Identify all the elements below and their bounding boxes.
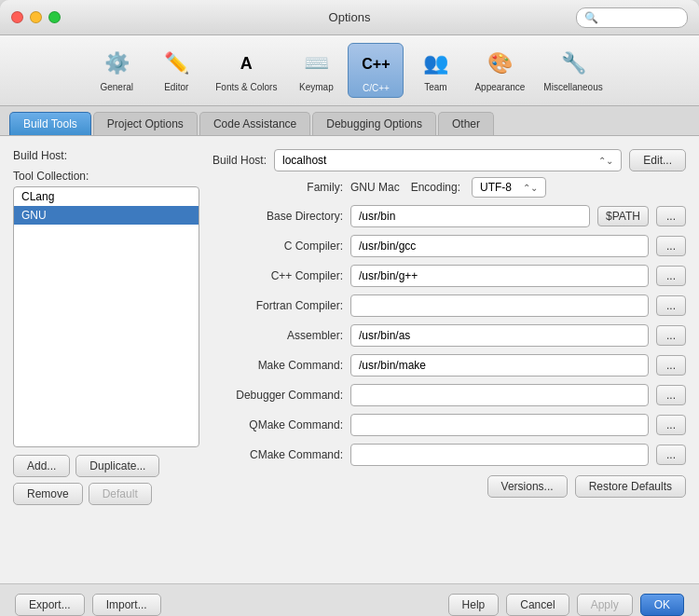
tab-build-tools[interactable]: Build Tools xyxy=(9,112,91,135)
main-content: Build Host: Tool Collection: CLang GNU A… xyxy=(0,136,699,583)
form-label-7: QMake Command: xyxy=(212,418,343,431)
right-panel: Build Host: localhost ⌃⌄ Edit... Family:… xyxy=(212,149,686,505)
toolbar-item-general[interactable]: ⚙️ General xyxy=(89,43,144,98)
path-btn-0[interactable]: $PATH xyxy=(597,206,649,226)
tab-other[interactable]: Other xyxy=(438,112,494,135)
search-icon: 🔍 xyxy=(584,11,598,24)
dots-btn-3[interactable]: ... xyxy=(656,295,686,316)
ok-button[interactable]: OK xyxy=(640,594,684,616)
restore-defaults-button[interactable]: Restore Defaults xyxy=(575,475,686,498)
host-select-arrow: ⌃⌄ xyxy=(598,156,613,166)
form-input-7[interactable] xyxy=(350,414,649,436)
versions-button[interactable]: Versions... xyxy=(487,475,568,498)
tab-code-assistance[interactable]: Code Assistance xyxy=(199,112,310,135)
form-input-2[interactable] xyxy=(350,265,649,287)
search-box[interactable]: 🔍 xyxy=(576,7,688,28)
keymap-icon: ⌨️ xyxy=(299,47,333,80)
cplusplus-icon: C++ xyxy=(359,48,392,81)
team-icon: 👥 xyxy=(418,47,452,80)
help-button[interactable]: Help xyxy=(448,594,500,616)
dots-btn-6[interactable]: ... xyxy=(656,385,686,405)
toolbar-label-appearance: Appearance xyxy=(474,82,525,92)
list-buttons-bottom: Remove Default xyxy=(13,483,199,505)
content-inner: Build Host: Tool Collection: CLang GNU A… xyxy=(13,149,686,505)
toolbar-item-appearance[interactable]: 🎨 Appearance xyxy=(467,43,532,98)
toolbar-label-editor: Editor xyxy=(164,82,188,92)
dots-btn-1[interactable]: ... xyxy=(656,236,686,256)
toolbar-label-keymap: Keymap xyxy=(299,82,334,92)
list-item-gnu[interactable]: GNU xyxy=(14,206,199,225)
form-fields: Base Directory:$PATH...C Compiler:...C++… xyxy=(212,205,686,466)
dots-btn-4[interactable]: ... xyxy=(656,325,686,346)
footer-left: Export... Import... xyxy=(15,594,161,616)
toolbar-item-miscellaneous[interactable]: 🔧 Miscellaneous xyxy=(536,43,610,98)
appearance-icon: 🎨 xyxy=(483,47,516,80)
family-values: GNU Mac Encoding: UTF-8 ⌃⌄ xyxy=(350,177,546,198)
build-host-row: Build Host: localhost ⌃⌄ Edit... xyxy=(212,149,686,171)
dots-btn-0[interactable]: ... xyxy=(656,206,686,226)
edit-button[interactable]: Edit... xyxy=(629,149,686,171)
toolbar-item-editor[interactable]: ✏️ Editor xyxy=(148,43,204,98)
family-label: Family: xyxy=(212,181,343,194)
bottom-buttons: Versions... Restore Defaults xyxy=(212,475,686,498)
default-button[interactable]: Default xyxy=(89,483,152,505)
import-button[interactable]: Import... xyxy=(92,594,161,616)
form-input-1[interactable] xyxy=(350,235,649,257)
form-row-4: Assembler:... xyxy=(212,324,686,347)
tool-collection-list[interactable]: CLang GNU xyxy=(13,186,199,447)
cancel-button[interactable]: Cancel xyxy=(506,594,569,616)
toolbar-label-miscellaneous: Miscellaneous xyxy=(543,82,602,92)
form-input-5[interactable] xyxy=(350,354,649,376)
form-row-3: Fortran Compiler:... xyxy=(212,294,686,317)
toolbar-item-team[interactable]: 👥 Team xyxy=(407,43,463,98)
editor-icon: ✏️ xyxy=(159,47,193,80)
form-input-6[interactable] xyxy=(350,384,649,406)
form-label-2: C++ Compiler: xyxy=(212,269,343,282)
form-row-7: QMake Command:... xyxy=(212,414,686,436)
form-label-4: Assembler: xyxy=(212,329,343,342)
apply-button[interactable]: Apply xyxy=(577,594,633,616)
toolbar-item-cplusplus[interactable]: C++ C/C++ xyxy=(348,43,404,98)
remove-button[interactable]: Remove xyxy=(13,483,83,505)
list-buttons-top: Add... Duplicate... xyxy=(13,455,199,477)
host-select[interactable]: localhost ⌃⌄ xyxy=(274,149,622,171)
form-input-8[interactable] xyxy=(350,444,649,466)
encoding-select-arrow: ⌃⌄ xyxy=(523,183,538,193)
form-label-5: Make Command: xyxy=(212,359,343,372)
footer: Export... Import... Help Cancel Apply OK xyxy=(0,583,699,616)
form-row-5: Make Command:... xyxy=(212,354,686,376)
dots-btn-8[interactable]: ... xyxy=(656,445,686,465)
toolbar-label-fonts-colors: Fonts & Colors xyxy=(215,82,277,92)
general-icon: ⚙️ xyxy=(100,47,133,80)
search-input[interactable] xyxy=(602,11,679,24)
build-host-label-right: Build Host: xyxy=(212,154,267,167)
tab-debugging-options[interactable]: Debugging Options xyxy=(312,112,436,135)
form-input-0[interactable] xyxy=(350,205,590,227)
toolbar-label-cplusplus: C/C++ xyxy=(363,83,390,93)
toolbar-item-fonts-colors[interactable]: A Fonts & Colors xyxy=(208,43,284,98)
duplicate-button[interactable]: Duplicate... xyxy=(75,455,159,477)
toolbar-label-general: General xyxy=(100,82,133,92)
encoding-value: UTF-8 xyxy=(480,181,512,194)
window-title: Options xyxy=(329,10,371,24)
dots-btn-5[interactable]: ... xyxy=(656,355,686,376)
form-input-3[interactable] xyxy=(350,294,649,317)
dots-btn-2[interactable]: ... xyxy=(656,266,686,286)
minimize-button[interactable] xyxy=(30,11,42,23)
export-button[interactable]: Export... xyxy=(15,594,85,616)
family-value: GNU Mac xyxy=(350,181,400,194)
add-button[interactable]: Add... xyxy=(13,455,70,477)
close-button[interactable] xyxy=(11,11,23,23)
form-label-8: CMake Command: xyxy=(212,448,343,461)
toolbar-item-keymap[interactable]: ⌨️ Keymap xyxy=(288,43,344,98)
tabs-row: Build Tools Project Options Code Assista… xyxy=(0,106,699,136)
family-row: Family: GNU Mac Encoding: UTF-8 ⌃⌄ xyxy=(212,177,686,198)
form-input-4[interactable] xyxy=(350,324,649,347)
dots-btn-7[interactable]: ... xyxy=(656,415,686,435)
tool-collection-label: Tool Collection: xyxy=(13,170,199,183)
encoding-select[interactable]: UTF-8 ⌃⌄ xyxy=(472,177,546,198)
tab-project-options[interactable]: Project Options xyxy=(93,112,198,135)
maximize-button[interactable] xyxy=(48,11,61,23)
list-item-clang[interactable]: CLang xyxy=(14,187,199,206)
options-window: Options 🔍 ⚙️ General ✏️ Editor A Fonts &… xyxy=(0,0,699,616)
